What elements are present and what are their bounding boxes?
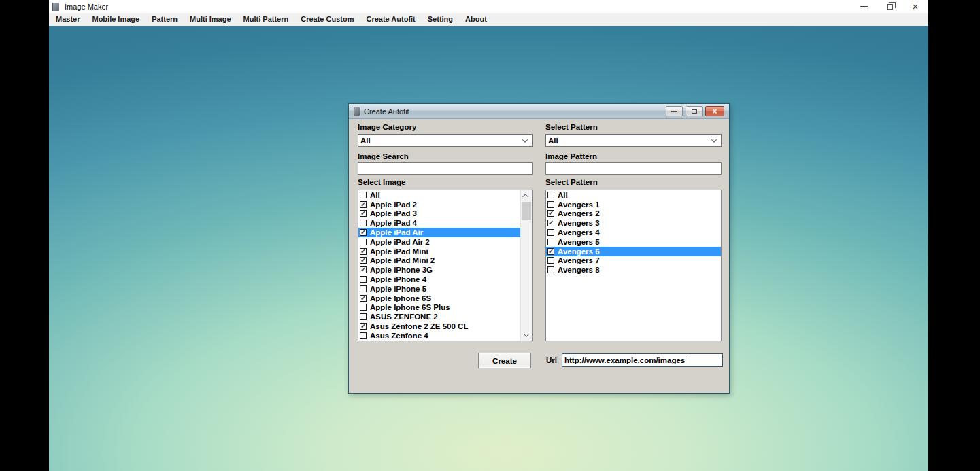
create-button[interactable]: Create bbox=[478, 353, 531, 368]
list-item[interactable]: Apple iPad 3 bbox=[358, 209, 520, 219]
list-item[interactable]: Apple iPad Air bbox=[358, 228, 520, 237]
checkbox-unchecked-icon[interactable] bbox=[547, 201, 554, 208]
select-pattern-value: All bbox=[548, 137, 558, 145]
restore-button[interactable] bbox=[877, 0, 902, 13]
checkbox-unchecked-icon[interactable] bbox=[547, 257, 554, 264]
list-item[interactable]: Apple iPad 4 bbox=[358, 218, 520, 228]
app-window-title: Image Maker bbox=[65, 3, 108, 11]
screen: Image Maker × MasterMobile ImagePatternM… bbox=[0, 0, 980, 471]
list-item[interactable]: Apple iPhone 3G bbox=[358, 265, 520, 275]
menu-item-multi-image[interactable]: Multi Image bbox=[184, 13, 237, 26]
list-item[interactable]: Apple iPad Mini bbox=[358, 247, 520, 256]
list-item[interactable]: Apple Iphone 6S Plus bbox=[358, 303, 520, 313]
list-item[interactable]: Avengers 2 bbox=[546, 209, 721, 219]
list-item[interactable]: All bbox=[546, 190, 721, 200]
checkbox-unchecked-icon[interactable] bbox=[360, 304, 367, 311]
checkbox-checked-icon[interactable] bbox=[360, 210, 367, 217]
image-pattern-input[interactable] bbox=[545, 162, 722, 175]
menu-item-multi-pattern[interactable]: Multi Pattern bbox=[237, 13, 295, 26]
menu-item-pattern[interactable]: Pattern bbox=[146, 13, 184, 26]
url-input[interactable]: http://www.example.com/images bbox=[562, 353, 723, 367]
list-item-label: Avengers 8 bbox=[558, 266, 600, 274]
list-item[interactable]: Apple Iphone 6S bbox=[358, 294, 520, 303]
checkbox-unchecked-icon[interactable] bbox=[360, 239, 367, 245]
menu-item-about[interactable]: About bbox=[459, 13, 493, 26]
select-pattern-label: Select Pattern bbox=[545, 123, 598, 131]
list-item[interactable]: Apple iPad Mini 2 bbox=[358, 256, 520, 266]
checkbox-unchecked-icon[interactable] bbox=[360, 313, 367, 320]
list-item[interactable]: Apple iPad 2 bbox=[358, 200, 520, 209]
checkbox-checked-icon[interactable] bbox=[360, 201, 367, 208]
checkbox-checked-icon[interactable] bbox=[360, 323, 367, 330]
checkbox-checked-icon[interactable] bbox=[360, 257, 367, 264]
dialog-title: Create Autofit bbox=[364, 107, 409, 116]
image-category-label: Image Category bbox=[358, 123, 416, 131]
checkbox-unchecked-icon[interactable] bbox=[360, 276, 367, 283]
select-image-listbox[interactable]: AllApple iPad 2Apple iPad 3Apple iPad 4A… bbox=[358, 190, 533, 341]
select-pattern-dropdown[interactable]: All bbox=[545, 134, 722, 147]
checkbox-checked-icon[interactable] bbox=[360, 248, 367, 255]
minimize-button[interactable] bbox=[851, 0, 877, 13]
checkbox-checked-icon[interactable] bbox=[360, 229, 367, 236]
list-item[interactable]: Avengers 3 bbox=[546, 218, 721, 228]
checkbox-checked-icon[interactable] bbox=[547, 210, 554, 217]
dialog-minimize-button[interactable] bbox=[666, 106, 683, 116]
list-item-label: Apple iPhone 4 bbox=[370, 275, 426, 283]
dialog-window-controls: × bbox=[666, 106, 724, 116]
image-category-dropdown[interactable]: All bbox=[358, 134, 533, 147]
checkbox-checked-icon[interactable] bbox=[547, 220, 554, 226]
dialog-maximize-button[interactable] bbox=[686, 106, 703, 116]
checkbox-unchecked-icon[interactable] bbox=[360, 220, 367, 226]
image-search-input[interactable] bbox=[358, 162, 533, 175]
menu-item-create-custom[interactable]: Create Custom bbox=[294, 13, 360, 26]
dialog-titlebar[interactable]: Create Autofit × bbox=[349, 104, 729, 119]
vertical-scrollbar[interactable] bbox=[520, 190, 532, 341]
checkbox-unchecked-icon[interactable] bbox=[547, 266, 554, 273]
scrollbar-thumb[interactable] bbox=[522, 202, 531, 220]
list-item-label: Apple iPad Air 2 bbox=[370, 238, 430, 246]
list-item-label: Asus Zenfone 2 ZE 500 CL bbox=[370, 322, 468, 330]
checkbox-checked-icon[interactable] bbox=[360, 266, 367, 273]
menu-item-create-autofit[interactable]: Create Autofit bbox=[360, 13, 421, 26]
list-item[interactable]: Avengers 6 bbox=[546, 247, 721, 256]
list-item[interactable]: Avengers 1 bbox=[546, 200, 721, 209]
menu-item-mobile-image[interactable]: Mobile Image bbox=[86, 13, 146, 26]
list-item[interactable]: All bbox=[358, 190, 520, 200]
app-icon bbox=[52, 3, 59, 11]
list-item[interactable]: Avengers 7 bbox=[546, 256, 721, 266]
scroll-up-button[interactable] bbox=[521, 190, 532, 201]
close-button[interactable]: × bbox=[902, 0, 928, 13]
image-category-value: All bbox=[360, 137, 371, 145]
list-item-label: Apple iPad Mini bbox=[370, 247, 428, 256]
menu-item-setting[interactable]: Setting bbox=[422, 13, 459, 26]
list-item[interactable]: Asus Zenfone 2 ZE 500 CL bbox=[358, 321, 520, 331]
window-controls: × bbox=[851, 0, 928, 13]
list-item-label: Apple iPad Mini 2 bbox=[370, 256, 435, 264]
checkbox-unchecked-icon[interactable] bbox=[360, 332, 367, 339]
list-item[interactable]: Apple iPhone 5 bbox=[358, 284, 520, 294]
checkbox-unchecked-icon[interactable] bbox=[360, 285, 367, 292]
dialog-icon bbox=[354, 107, 360, 116]
list-item[interactable]: Asus Zenfone 4 bbox=[358, 331, 520, 341]
list-item-label: Avengers 2 bbox=[558, 209, 600, 217]
checkbox-checked-icon[interactable] bbox=[360, 295, 367, 302]
list-item[interactable]: Apple iPhone 4 bbox=[358, 275, 520, 284]
checkbox-unchecked-icon[interactable] bbox=[547, 229, 554, 236]
list-item-label: Apple iPhone 3G bbox=[370, 266, 433, 274]
list-item[interactable]: Avengers 5 bbox=[546, 237, 721, 247]
select-pattern-listbox[interactable]: AllAvengers 1Avengers 2Avengers 3Avenger… bbox=[545, 190, 722, 341]
checkbox-unchecked-icon[interactable] bbox=[360, 192, 367, 198]
checkbox-unchecked-icon[interactable] bbox=[547, 239, 554, 245]
scroll-down-button[interactable] bbox=[521, 330, 532, 341]
list-item[interactable]: Avengers 4 bbox=[546, 228, 721, 237]
list-item-label: Avengers 1 bbox=[558, 200, 600, 209]
checkbox-checked-icon[interactable] bbox=[547, 248, 554, 255]
menu-item-master[interactable]: Master bbox=[50, 13, 86, 26]
list-item-label: Avengers 3 bbox=[558, 219, 600, 227]
dialog-close-button[interactable]: × bbox=[705, 106, 724, 116]
list-item[interactable]: ASUS ZENFONE 2 bbox=[358, 312, 520, 321]
list-item[interactable]: Apple iPad Air 2 bbox=[358, 237, 520, 247]
list-item[interactable]: Avengers 8 bbox=[546, 265, 721, 275]
image-pattern-label: Image Pattern bbox=[545, 152, 597, 160]
checkbox-unchecked-icon[interactable] bbox=[547, 192, 554, 198]
